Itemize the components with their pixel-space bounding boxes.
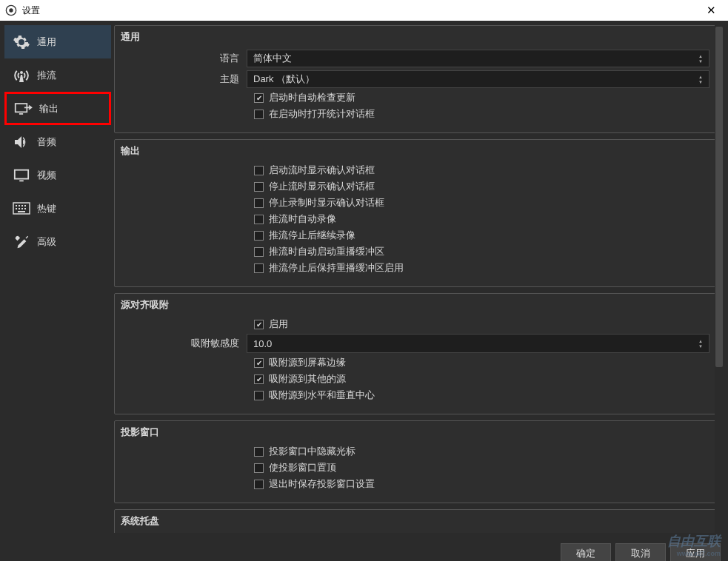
checkbox-label: 退出时保存投影窗口设置 [269,477,375,491]
output-icon [14,101,33,117]
speaker-icon [12,134,31,150]
section-title: 投影窗口 [121,426,709,439]
svg-rect-11 [16,208,17,209]
language-label: 语言 [121,52,247,65]
checkbox-label: 推流停止后继续录像 [269,229,355,242]
sidebar-item-label: 音频 [37,135,56,149]
bottombar: 确定 取消 应用 [0,537,728,561]
checkbox-label: 吸附源到其他的源 [269,372,346,386]
checkbox-label: 停止流时显示确认对话框 [269,180,375,193]
checkbox-label: 吸附源到水平和垂直中心 [269,389,375,402]
theme-select[interactable]: Dark （默认） ▲▼ [247,70,709,88]
chevron-updown-icon: ▲▼ [698,75,703,84]
close-icon[interactable]: ✕ [699,2,724,19]
snap-sensitivity-spinner[interactable]: 10.0 ▲▼ [247,334,709,353]
scrollbar[interactable] [715,25,724,533]
checkbox-projector-save-on-exit[interactable] [254,480,264,489]
section-output: 输出 启动流时显示确认对话框 停止流时显示确认对话框 停止录制时显示确认对话框 … [114,139,716,287]
checkbox-projector-always-top[interactable] [254,463,264,473]
checkbox-label: 停止录制时显示确认对话框 [269,196,384,209]
svg-rect-10 [24,205,26,206]
svg-rect-13 [21,208,23,209]
snap-sensitivity-label: 吸附敏感度 [121,337,247,350]
svg-rect-5 [19,180,24,181]
checkbox-label: 启动流时显示确认对话框 [269,164,375,177]
checkbox-label: 推流停止后保持重播缓冲区启用 [269,261,404,275]
checkbox-snap-enable[interactable] [254,320,264,329]
checkbox-projector-hide-cursor[interactable] [254,447,264,457]
svg-rect-7 [16,205,17,206]
checkbox-label: 使投影窗口置顶 [269,461,336,474]
sidebar-item-video[interactable]: 视频 [4,158,111,192]
gear-icon [12,34,31,50]
app-icon [4,4,18,17]
checkbox-confirm-start-stream[interactable] [254,166,264,175]
svg-rect-12 [19,208,20,209]
checkbox-label: 吸附源到屏幕边缘 [269,356,346,369]
keyboard-icon [12,201,31,217]
svg-rect-4 [15,169,28,178]
section-title: 源对齐吸附 [121,298,709,312]
scrollbar-thumb[interactable] [715,27,723,367]
svg-rect-15 [18,211,25,212]
antenna-icon [12,67,31,84]
sidebar-item-stream[interactable]: 推流 [4,58,111,92]
sidebar: 通用 推流 输出 音频 视频 热键 高级 [4,25,111,533]
section-general: 通用 语言 简体中文 ▲▼ 主题 Dark （默认） [114,25,716,133]
sidebar-item-hotkeys[interactable]: 热键 [4,192,111,225]
tools-icon [12,234,31,250]
section-tray: 系统托盘 启用 开始时最小化到系统托盘 总是最小化到系统托盘，而不是任务栏 [114,509,716,533]
checkbox-auto-replay-buffer[interactable] [254,247,264,257]
checkbox-label: 启动时自动检查更新 [269,91,355,104]
checkbox-label: 推流时自动录像 [269,212,336,226]
svg-rect-14 [24,208,26,209]
checkbox-auto-record[interactable] [254,215,264,224]
sidebar-item-audio[interactable]: 音频 [4,125,111,158]
checkbox-snap-edges[interactable] [254,358,264,368]
chevron-updown-icon: ▲▼ [698,339,703,349]
theme-label: 主题 [121,73,247,86]
sidebar-item-advanced[interactable]: 高级 [4,225,111,258]
content-panel: 通用 语言 简体中文 ▲▼ 主题 Dark （默认） [114,25,724,533]
cancel-button[interactable]: 取消 [615,543,666,561]
apply-button[interactable]: 应用 [670,543,721,561]
language-select[interactable]: 简体中文 ▲▼ [247,50,709,67]
checkbox-snap-center[interactable] [254,391,264,400]
svg-point-1 [9,8,13,12]
sidebar-item-label: 输出 [39,102,59,115]
section-title: 系统托盘 [121,514,709,528]
sidebar-item-label: 高级 [37,235,56,249]
sidebar-item-label: 推流 [37,69,56,82]
checkbox-confirm-stop-stream[interactable] [254,182,264,192]
monitor-icon [12,167,31,184]
chevron-updown-icon: ▲▼ [698,54,703,64]
checkbox-label: 投影窗口中隐藏光标 [269,445,355,458]
sidebar-item-label: 热键 [37,202,56,215]
section-projector: 投影窗口 投影窗口中隐藏光标 使投影窗口置顶 退出时保存投影窗口设置 [114,420,716,503]
ok-button[interactable]: 确定 [561,543,611,561]
window-title: 设置 [22,4,40,17]
section-title: 输出 [121,144,709,158]
checkbox-keep-record-after-stream[interactable] [254,231,264,241]
svg-rect-9 [21,205,23,206]
checkbox-label: 启用 [269,318,288,331]
checkbox-snap-other-sources[interactable] [254,374,264,384]
svg-rect-3 [19,113,23,115]
checkbox-label: 在启动时打开统计对话框 [269,107,375,121]
section-title: 通用 [121,30,709,44]
sidebar-item-general[interactable]: 通用 [4,25,111,58]
checkbox-keep-replay-buffer[interactable] [254,263,264,273]
section-snap: 源对齐吸附 启用 吸附敏感度 10.0 ▲▼ 吸附源到屏幕边缘 吸附源到其他的源… [114,293,716,414]
sidebar-item-label: 通用 [37,36,56,49]
sidebar-item-output[interactable]: 输出 [4,92,111,125]
sidebar-item-label: 视频 [37,169,56,182]
checkbox-auto-update[interactable] [254,93,264,103]
titlebar: 设置 ✕ [0,0,728,21]
checkbox-confirm-stop-record[interactable] [254,198,264,208]
checkbox-open-stats[interactable] [254,110,264,119]
svg-rect-8 [19,205,20,206]
checkbox-label: 推流时自动启动重播缓冲区 [269,245,384,258]
